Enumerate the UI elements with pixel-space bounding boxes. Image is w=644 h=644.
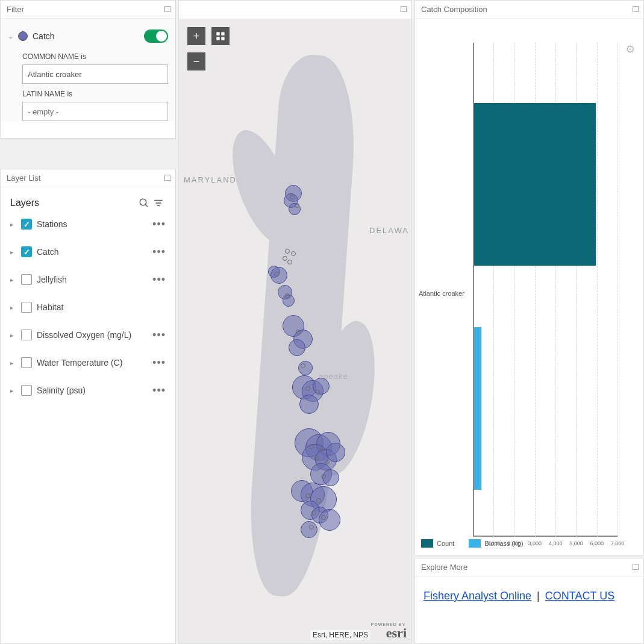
search-icon[interactable] [137, 196, 151, 210]
latin-name-label: LATIN NAME is [8, 84, 168, 102]
maximize-icon[interactable] [164, 6, 170, 12]
maximize-icon[interactable] [164, 175, 170, 181]
catch-point[interactable] [298, 361, 313, 375]
expand-icon[interactable]: ▸ [10, 277, 16, 283]
common-name-input[interactable] [22, 64, 168, 84]
layer-item: ▸Salinity (psu)••• [10, 377, 166, 404]
layer-checkbox[interactable] [21, 385, 32, 396]
chart-x-tick: 3,000 [528, 540, 542, 546]
layer-checkbox[interactable] [21, 219, 32, 230]
layer-checkbox[interactable] [21, 246, 32, 257]
station-point[interactable] [291, 251, 296, 256]
chart-category-label: Atlantic croaker [419, 290, 464, 297]
station-point[interactable] [325, 460, 330, 464]
chart-x-tick: 7,000 [611, 540, 625, 546]
map-panel: + − MARYLAND DELAWA apeake Esri, HERE, N… [178, 0, 412, 644]
layer-menu-icon[interactable]: ••• [152, 274, 166, 286]
catch-point[interactable] [270, 267, 287, 284]
station-point[interactable] [316, 498, 321, 503]
catch-point[interactable] [289, 339, 305, 356]
layer-menu-icon[interactable]: ••• [152, 246, 166, 258]
layer-label: Catch [37, 247, 148, 257]
layer-menu-icon[interactable]: ••• [152, 329, 166, 342]
station-point[interactable] [290, 195, 295, 199]
chart-bar-biomasskg[interactable] [474, 327, 481, 490]
layer-checkbox[interactable] [21, 357, 32, 368]
catch-point[interactable] [319, 509, 340, 531]
station-point[interactable] [319, 448, 324, 452]
station-point[interactable] [274, 272, 279, 277]
station-point[interactable] [309, 444, 314, 449]
layer-checkbox[interactable] [21, 302, 32, 313]
filter-toggle[interactable] [144, 30, 168, 43]
layer-item: ▸Habitat [10, 293, 166, 321]
chart-x-tick: 6,000 [590, 540, 604, 546]
filter-header: Filter [1, 1, 175, 19]
station-point[interactable] [305, 493, 310, 498]
explore-title: Explore More [421, 563, 467, 572]
layer-item: ▸Dissolved Oxygen (mg/L)••• [10, 321, 166, 349]
layer-menu-icon[interactable]: ••• [152, 384, 166, 397]
station-point[interactable] [287, 260, 292, 264]
expand-icon[interactable]: ▸ [10, 221, 16, 228]
station-point[interactable] [315, 390, 320, 395]
svg-rect-7 [216, 37, 219, 40]
expand-icon[interactable]: ▸ [10, 360, 16, 366]
station-point[interactable] [314, 456, 319, 461]
station-point[interactable] [285, 293, 290, 298]
svg-line-1 [145, 204, 148, 207]
station-point[interactable] [296, 330, 301, 334]
layer-item: ▸Stations••• [10, 210, 166, 238]
catch-point[interactable] [326, 443, 345, 462]
basemap-gallery-button[interactable] [211, 27, 230, 45]
filter-title: Filter [7, 5, 24, 14]
expand-icon[interactable]: ▸ [10, 332, 16, 339]
station-point[interactable] [309, 525, 314, 530]
expand-icon[interactable]: ▸ [10, 249, 16, 255]
explore-header: Explore More [415, 558, 643, 577]
layer-menu-icon[interactable]: ••• [152, 357, 166, 369]
chart-bar-count[interactable] [474, 103, 596, 266]
expand-icon[interactable]: ▸ [10, 304, 16, 311]
maximize-icon[interactable] [633, 564, 639, 570]
map-label-maryland: MARYLAND [184, 175, 237, 184]
expand-icon[interactable]: ▸ [10, 387, 16, 394]
map-canvas[interactable]: + − MARYLAND DELAWA apeake Esri, HERE, N… [179, 19, 411, 643]
filter-layers-icon[interactable] [151, 196, 166, 210]
filter-catch-label: Catch [33, 31, 139, 41]
map-header [179, 1, 411, 19]
chart-gridline [617, 43, 618, 537]
layer-label: Salinity (psu) [37, 386, 148, 395]
catch-point[interactable] [301, 521, 317, 538]
station-point[interactable] [321, 474, 326, 479]
catch-symbol-icon [18, 31, 28, 41]
chevron-down-icon[interactable]: ⌄ [8, 33, 13, 40]
station-point[interactable] [311, 510, 316, 515]
station-point[interactable] [321, 515, 326, 520]
station-point[interactable] [283, 256, 287, 261]
layer-checkbox[interactable] [21, 274, 32, 285]
station-point[interactable] [285, 249, 290, 254]
station-point[interactable] [305, 386, 310, 391]
legend-biomass-swatch [469, 539, 481, 548]
catch-point[interactable] [299, 395, 319, 414]
svg-point-0 [140, 199, 146, 205]
station-point[interactable] [301, 363, 305, 368]
maximize-icon[interactable] [633, 6, 639, 12]
zoom-in-button[interactable]: + [187, 27, 205, 45]
layer-item: ▸Jellyfish••• [10, 266, 166, 293]
layer-checkbox[interactable] [21, 330, 32, 340]
chart-title: Catch Composition [421, 5, 487, 14]
contact-us-link[interactable]: CONTACT US [545, 590, 614, 602]
map-attribution: Esri, HERE, NPS [310, 630, 370, 640]
maximize-icon[interactable] [401, 6, 407, 12]
latin-name-input[interactable] [22, 102, 168, 121]
layer-item: ▸Water Temperature (C)••• [10, 349, 166, 377]
fishery-analyst-link[interactable]: Fishery Analyst Online [424, 590, 531, 602]
zoom-out-button[interactable]: − [187, 52, 205, 70]
map-label-delaware: DELAWA [369, 226, 409, 235]
station-point[interactable] [295, 203, 299, 208]
chart-x-axis [473, 536, 617, 537]
layer-menu-icon[interactable]: ••• [152, 218, 166, 231]
chart-x-tick: 5,000 [569, 540, 583, 546]
